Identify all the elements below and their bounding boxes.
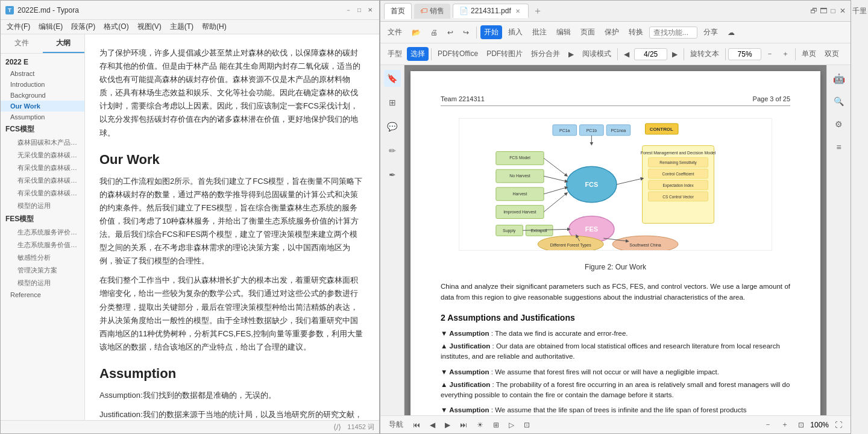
editor-content: 为了保护环境，许多人提倡减少甚至禁止对森林的砍伐，以保障森林的碳封存和其他的价值… bbox=[99, 46, 365, 420]
toolbar-single[interactable]: 单页 bbox=[798, 47, 820, 61]
panel-bookmark-icon[interactable]: 🔖 bbox=[384, 70, 401, 87]
toolbar-share[interactable]: 分享 bbox=[700, 25, 722, 39]
toolbar-double[interactable]: 双页 bbox=[821, 47, 843, 61]
toolbar-play[interactable]: ▶ bbox=[565, 48, 577, 60]
sidebar-item-fes-5[interactable]: 模型的运用 bbox=[1, 277, 84, 289]
right-panel-settings-icon[interactable]: ≡ bbox=[831, 139, 848, 156]
pdf-tab-sale[interactable]: 🏷 销售 bbox=[414, 4, 450, 19]
editor-ourwork-p1: 我们的工作流程如图2所示。首先我们建立了FCS模型，旨在衡量不同策略下的森林碳封… bbox=[99, 175, 365, 268]
toolbar-redo[interactable]: ↪ bbox=[459, 27, 473, 39]
toolbar-read[interactable]: 阅读模式 bbox=[579, 47, 615, 61]
menu-theme[interactable]: 主题(T) bbox=[166, 20, 197, 33]
status-fit[interactable]: ⊡ bbox=[794, 420, 808, 430]
toolbar-page[interactable]: 页面 bbox=[577, 25, 599, 39]
toolbar-comment[interactable]: 批注 bbox=[529, 25, 550, 39]
view-icon1[interactable]: ☀ bbox=[473, 420, 487, 430]
svg-line-40 bbox=[544, 176, 567, 181]
sidebar-item-background[interactable]: Background bbox=[1, 90, 84, 101]
panel-signature-icon[interactable]: ✒ bbox=[384, 166, 401, 183]
toolbar-print[interactable]: 🖨 bbox=[427, 27, 441, 39]
menu-view[interactable]: 视图(V) bbox=[134, 20, 165, 33]
sidebar-tab-outline[interactable]: 大纲 bbox=[43, 34, 85, 53]
sidebar-item-fcs-6[interactable]: 模型的运用 bbox=[1, 200, 84, 212]
sidebar-item-fcs-4[interactable]: 有采伐量的森林碳库更优的条件 bbox=[1, 174, 84, 187]
minimize-button[interactable]: － bbox=[344, 6, 353, 14]
toolbar-undo[interactable]: ↩ bbox=[444, 27, 457, 39]
pdf-restore[interactable]: 🗖 bbox=[819, 7, 828, 15]
sidebar-item-assumption[interactable]: Assumption bbox=[1, 112, 84, 122]
pdf-tab-close[interactable]: ✕ bbox=[514, 7, 522, 15]
view-icon2[interactable]: ⊞ bbox=[489, 420, 503, 430]
status-zoom-out[interactable]: － bbox=[761, 418, 775, 431]
toolbar-convert[interactable]: 转换 bbox=[625, 25, 647, 39]
close-button[interactable]: ✕ bbox=[366, 6, 374, 14]
sidebar-item-fcs-1[interactable]: 森林固碳和木产品固碳结构 bbox=[1, 136, 84, 149]
toolbar-sep3 bbox=[617, 48, 618, 60]
view-icon4[interactable]: ⊡ bbox=[520, 420, 533, 430]
toolbar-pdf-image[interactable]: PDF转图片 bbox=[483, 47, 526, 61]
sidebar-tabs: 文件 大纲 bbox=[1, 34, 84, 54]
sidebar-item-fes[interactable]: FES模型 bbox=[1, 212, 84, 226]
toolbar-select[interactable]: 选择 bbox=[407, 47, 429, 61]
toolbar-hand[interactable]: 手型 bbox=[384, 47, 406, 61]
nav-prev[interactable]: ◀ bbox=[426, 420, 439, 430]
toolbar-next-page-top[interactable]: ▶ bbox=[668, 48, 681, 60]
sidebar-item-fcs-3[interactable]: 有采伐量的森林碳库计算 bbox=[1, 162, 84, 174]
sidebar-item-fes-4[interactable]: 管理决策方案 bbox=[1, 264, 84, 277]
sidebar-item-fes-3[interactable]: 敏感性分析 bbox=[1, 251, 84, 264]
panel-thumbnail-icon[interactable]: ⊞ bbox=[384, 94, 401, 111]
right-panel-ai-icon[interactable]: 🤖 bbox=[831, 70, 848, 87]
zoom-out-btn[interactable]: － bbox=[763, 47, 777, 61]
right-panel-tools-icon[interactable]: ⚙ bbox=[831, 116, 848, 133]
sidebar-item-fcs-5[interactable]: 有采伐量的森林碳库计算改进 bbox=[1, 187, 84, 200]
menu-paragraph[interactable]: 段落(P) bbox=[68, 20, 99, 33]
panel-annotation-icon[interactable]: ✏ bbox=[384, 142, 401, 159]
code-view-icon[interactable]: ⟨/⟩ bbox=[333, 423, 342, 432]
sidebar-item-fcs[interactable]: FCS模型 bbox=[1, 122, 84, 136]
toolbar-cloud[interactable]: ☁ bbox=[724, 27, 738, 39]
sidebar-item-introduction[interactable]: Introduction bbox=[1, 79, 84, 90]
menu-edit[interactable]: 编辑(E) bbox=[35, 20, 66, 33]
search-input[interactable] bbox=[649, 27, 697, 39]
toolbar-open[interactable]: 📂 bbox=[408, 27, 424, 39]
toolbar-start[interactable]: 开始 bbox=[480, 25, 502, 39]
sidebar-item-fes-2[interactable]: 生态系统服务价值综合评价 bbox=[1, 239, 84, 251]
maximize-button[interactable]: □ bbox=[355, 6, 363, 14]
menu-format[interactable]: 格式(O) bbox=[100, 20, 132, 33]
status-fullscreen[interactable]: ⛶ bbox=[831, 420, 846, 430]
menu-help[interactable]: 帮助(H) bbox=[198, 20, 230, 33]
zoom-in-btn[interactable]: ＋ bbox=[778, 47, 793, 61]
pdf-tab-home[interactable]: 首页 bbox=[384, 3, 412, 19]
status-zoom-in[interactable]: ＋ bbox=[778, 418, 792, 431]
panel-comment-icon[interactable]: 💬 bbox=[384, 118, 401, 135]
pdf-close[interactable]: ✕ bbox=[838, 7, 847, 15]
sidebar-item-ourwork[interactable]: Our Work bbox=[1, 101, 84, 112]
nav-next[interactable]: ▶ bbox=[441, 420, 454, 430]
view-icon3[interactable]: ▷ bbox=[505, 420, 518, 430]
toolbar-rotate[interactable]: 旋转文本 bbox=[687, 47, 723, 61]
toolbar-pdf-office[interactable]: PDF转Office bbox=[434, 47, 482, 61]
toolbar-insert[interactable]: 插入 bbox=[505, 25, 526, 39]
nav-label[interactable]: 导航 bbox=[385, 418, 407, 431]
pdf-tab-file[interactable]: 📄 2214311.pdf ✕ bbox=[453, 4, 529, 18]
toolbar-edit[interactable]: 编辑 bbox=[553, 25, 574, 39]
pdf-content[interactable]: Team 2214311 Page 3 of 25 PC1a PC1b PC1n… bbox=[404, 65, 826, 415]
sidebar-item-reference[interactable]: Reference bbox=[1, 289, 84, 300]
toolbar-split[interactable]: 拆分合并 bbox=[527, 47, 564, 61]
sidebar-tab-files[interactable]: 文件 bbox=[1, 34, 43, 53]
sidebar-item-2022e[interactable]: 2022 E bbox=[1, 56, 84, 68]
sidebar-item-abstract[interactable]: Abstract bbox=[1, 68, 84, 79]
pdf-maximize[interactable]: □ bbox=[829, 7, 837, 15]
sidebar-item-fes-1[interactable]: 生态系统服务评价指标 bbox=[1, 226, 84, 239]
typora-editor[interactable]: 为了保护环境，许多人提倡减少甚至禁止对森林的砍伐，以保障森林的碳封存和其他的价值… bbox=[85, 34, 379, 420]
nav-first[interactable]: ⏮ bbox=[409, 420, 424, 430]
sidebar-item-fcs-2[interactable]: 无采伐量的森林碳库计算 bbox=[1, 149, 84, 162]
toolbar-prev-page[interactable]: ◀ bbox=[620, 48, 633, 60]
new-tab-button[interactable]: ＋ bbox=[531, 4, 544, 17]
nav-last[interactable]: ⏭ bbox=[456, 420, 471, 430]
right-panel-search-icon[interactable]: 🔍 bbox=[831, 93, 848, 110]
menu-file[interactable]: 文件(F) bbox=[3, 20, 34, 33]
toolbar-protect[interactable]: 保护 bbox=[601, 25, 623, 39]
pdf-minimize[interactable]: 🗗 bbox=[810, 7, 818, 15]
toolbar-file[interactable]: 文件 bbox=[384, 25, 406, 39]
